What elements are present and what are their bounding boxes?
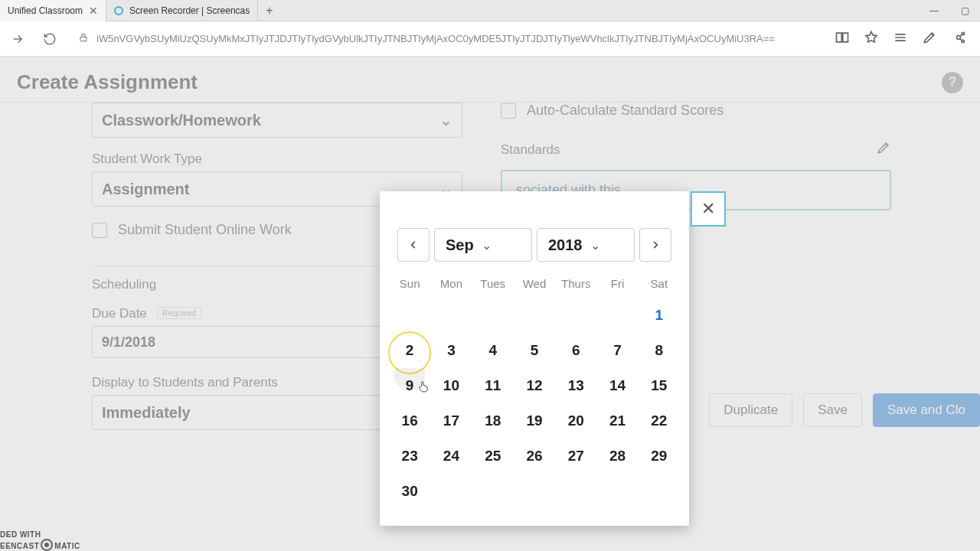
- calendar-day[interactable]: 23: [389, 439, 430, 474]
- calendar-day[interactable]: 1: [639, 298, 680, 333]
- day-of-week-header: Thurs: [555, 272, 596, 298]
- watermark: DED WITH EENCASTMATIC: [0, 530, 80, 551]
- calendar-day[interactable]: 29: [639, 439, 680, 474]
- required-badge: Required: [157, 307, 202, 319]
- tab-title: Screen Recorder | Screencas: [129, 5, 250, 16]
- browser-toolbar: iW5nVGVybSUyMiUzQSUyMkMxJTIyJTJDJTIyTlyd…: [0, 21, 980, 57]
- date-picker: ✕ Sep ⌄ 2018 ⌄ SunMonTuesWedThursFriSat1…: [380, 191, 689, 526]
- due-date-input[interactable]: 9/1/2018: [92, 326, 383, 358]
- calendar-day[interactable]: 9: [389, 368, 430, 403]
- calendar-day[interactable]: 28: [596, 439, 638, 474]
- calendar-day: [639, 474, 680, 509]
- share-icon[interactable]: [951, 30, 966, 48]
- category-select[interactable]: Classwork/Homework ⌄: [92, 103, 462, 138]
- display-value: Immediately: [102, 404, 191, 422]
- calendar-day[interactable]: 5: [514, 333, 555, 368]
- calendar-day[interactable]: 2: [389, 333, 430, 368]
- checkbox-icon[interactable]: [501, 103, 516, 119]
- calendar-day[interactable]: 14: [596, 368, 638, 403]
- close-button[interactable]: ✕: [691, 191, 726, 227]
- calendar-day[interactable]: 10: [430, 368, 472, 403]
- favicon-icon: [114, 6, 123, 15]
- browser-tab-1[interactable]: Unified Classroom ✕: [0, 0, 106, 21]
- day-of-week-header: Tues: [472, 272, 514, 298]
- browser-tab-strip: Unified Classroom ✕ Screen Recorder | Sc…: [0, 0, 980, 21]
- work-type-label: Student Work Type: [92, 152, 462, 167]
- svg-rect-0: [80, 37, 87, 41]
- next-month-button[interactable]: [639, 228, 671, 262]
- calendar-day: [555, 474, 596, 509]
- auto-calc-checkbox-row[interactable]: Auto-Calculate Standard Scores: [501, 103, 891, 119]
- refresh-icon[interactable]: [38, 28, 61, 51]
- calendar-day: [430, 298, 472, 333]
- save-button[interactable]: Save: [803, 393, 862, 427]
- tab-title: Unified Classroom: [8, 5, 83, 16]
- month-value: Sep: [446, 236, 474, 254]
- notes-icon[interactable]: [922, 30, 937, 48]
- calendar-day[interactable]: 18: [472, 403, 514, 439]
- calendar-day: [472, 474, 514, 509]
- menu-icon[interactable]: [893, 30, 908, 48]
- standards-label: Standards: [501, 142, 560, 158]
- calendar-day: [430, 474, 472, 509]
- duplicate-button[interactable]: Duplicate: [709, 393, 792, 427]
- standards-header: Standards: [501, 140, 891, 159]
- calendar-day[interactable]: 19: [514, 403, 555, 439]
- calendar-day: [472, 298, 514, 333]
- maximize-button[interactable]: ▢: [949, 0, 980, 21]
- calendar-day: [555, 298, 596, 333]
- calendar-day: [514, 298, 555, 333]
- month-select[interactable]: Sep ⌄: [434, 228, 532, 262]
- url-text: iW5nVGVybSUyMiUzQSUyMkMxJTIyJTJDJTIyTlyd…: [96, 33, 775, 44]
- work-type-value: Assignment: [102, 181, 189, 198]
- calendar-day[interactable]: 30: [389, 474, 430, 509]
- year-value: 2018: [548, 236, 583, 254]
- minimize-button[interactable]: —: [919, 0, 949, 21]
- checkbox-icon[interactable]: [92, 223, 107, 238]
- chevron-down-icon: ⌄: [439, 111, 452, 129]
- ring-icon: [41, 539, 53, 551]
- calendar-day[interactable]: 6: [555, 333, 596, 368]
- calendar-day[interactable]: 17: [430, 403, 472, 439]
- calendar-day[interactable]: 22: [639, 403, 680, 439]
- day-of-week-header: Sat: [639, 272, 680, 298]
- day-of-week-header: Sun: [389, 272, 430, 298]
- calendar-day[interactable]: 16: [389, 403, 430, 439]
- page-title: Create Assignment: [17, 70, 198, 94]
- calendar-day[interactable]: 8: [639, 333, 680, 368]
- chevron-down-icon: ⌄: [482, 238, 492, 253]
- day-of-week-header: Fri: [596, 272, 638, 298]
- calendar-day[interactable]: 4: [472, 333, 514, 368]
- calendar-day[interactable]: 11: [472, 368, 514, 403]
- calendar-day[interactable]: 27: [555, 439, 596, 474]
- favorites-icon[interactable]: [864, 30, 879, 48]
- close-icon[interactable]: ✕: [89, 5, 98, 17]
- calendar-day[interactable]: 25: [472, 439, 514, 474]
- calendar-day[interactable]: 7: [596, 333, 638, 368]
- auto-calc-label: Auto-Calculate Standard Scores: [527, 103, 724, 119]
- address-bar[interactable]: iW5nVGVybSUyMiUzQSUyMkMxJTIyJTJDJTIyTlyd…: [70, 27, 825, 51]
- forward-icon[interactable]: [6, 28, 29, 51]
- calendar-day[interactable]: 21: [596, 403, 638, 439]
- new-tab-button[interactable]: +: [258, 4, 280, 18]
- save-and-close-button[interactable]: Save and Clo: [873, 393, 980, 427]
- prev-month-button[interactable]: [397, 228, 430, 262]
- calendar-day[interactable]: 24: [430, 439, 472, 474]
- calendar-day[interactable]: 12: [514, 368, 555, 403]
- chevron-down-icon: ⌄: [590, 238, 600, 253]
- calendar-day[interactable]: 13: [555, 368, 596, 403]
- page-header: Create Assignment ?: [0, 57, 980, 103]
- calendar-day[interactable]: 20: [555, 403, 596, 439]
- calendar-day[interactable]: 3: [430, 333, 472, 368]
- reading-view-icon[interactable]: [835, 30, 850, 48]
- browser-tab-2[interactable]: Screen Recorder | Screencas: [106, 0, 258, 21]
- help-icon[interactable]: ?: [942, 72, 963, 93]
- calendar-day: [514, 474, 555, 509]
- calendar-day[interactable]: 15: [639, 368, 680, 403]
- year-select[interactable]: 2018 ⌄: [537, 228, 635, 262]
- edit-icon[interactable]: [876, 140, 891, 159]
- calendar-grid: SunMonTuesWedThursFriSat1234567891011121…: [389, 272, 680, 509]
- calendar-day[interactable]: 26: [514, 439, 555, 474]
- calendar-day: [596, 474, 638, 509]
- due-date-value: 9/1/2018: [102, 334, 155, 350]
